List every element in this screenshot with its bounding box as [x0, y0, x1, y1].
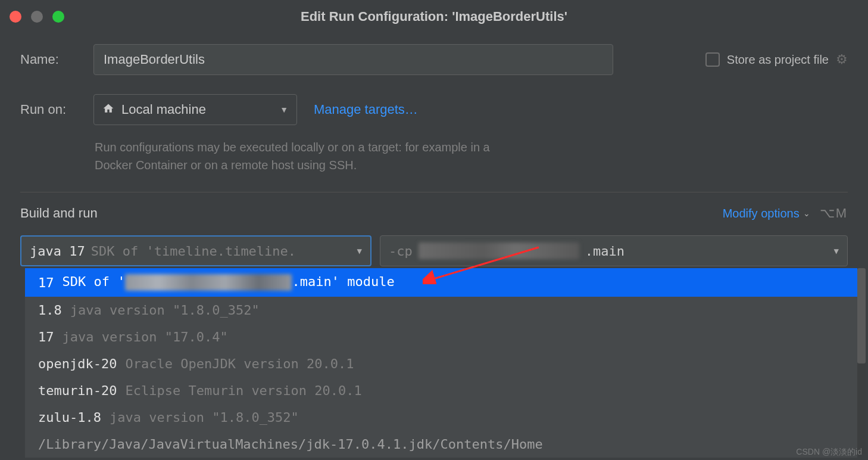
jdk-option-1-8[interactable]: 1.8 java version "1.8.0_352"	[25, 297, 857, 324]
dialog-title: Edit Run Configuration: 'ImageBorderUtil…	[301, 9, 567, 24]
jdk-option-17-module[interactable]: 17 SDK of '.main' module	[25, 268, 857, 297]
name-label: Name:	[20, 52, 83, 67]
modify-options-link[interactable]: Modify options ⌄	[723, 207, 810, 220]
chevron-down-icon: ▼	[834, 246, 839, 256]
name-row: Name: Store as project file ⚙	[20, 43, 848, 76]
store-checkbox[interactable]	[705, 52, 720, 67]
jdk-option-openjdk-20[interactable]: openjdk-20 Oracle OpenJDK version 20.0.1	[25, 350, 857, 377]
name-input[interactable]	[93, 44, 613, 75]
cp-redacted	[419, 243, 579, 259]
modify-options-label: Modify options	[723, 207, 800, 220]
home-icon	[102, 102, 114, 117]
build-run-title: Build and run	[20, 206, 98, 221]
dropdown-scrollbar[interactable]	[857, 268, 866, 454]
chevron-down-icon: ▼	[357, 246, 362, 256]
jdk-option-path[interactable]: /Library/Java/JavaVirtualMachines/jdk-17…	[25, 431, 857, 458]
chevron-down-icon: ⌄	[803, 209, 810, 218]
run-on-help-text: Run configurations may be executed local…	[95, 138, 523, 174]
watermark: CSDN @淡淡的id	[796, 447, 862, 458]
scrollbar-thumb[interactable]	[857, 268, 866, 363]
jdk-select[interactable]: java 17 SDK of 'timeline.timeline. ▼	[20, 235, 371, 266]
run-on-label: Run on:	[20, 102, 83, 117]
chevron-down-icon: ▼	[280, 105, 288, 114]
build-run-header: Build and run Modify options ⌄ ⌥M	[20, 206, 848, 221]
close-window-button[interactable]	[10, 11, 21, 23]
run-on-select[interactable]: Local machine ▼	[93, 94, 297, 125]
divider	[20, 192, 848, 192]
classpath-select[interactable]: -cp .main ▼	[380, 235, 848, 266]
minimize-window-button[interactable]	[31, 11, 43, 23]
titlebar: Edit Run Configuration: 'ImageBorderUtil…	[0, 0, 868, 33]
jdk-detail: SDK of 'timeline.timeline.	[91, 244, 351, 259]
store-as-project-file[interactable]: Store as project file ⚙	[705, 52, 848, 67]
manage-targets-link[interactable]: Manage targets…	[314, 102, 418, 117]
run-on-row: Run on: Local machine ▼ Manage targets…	[20, 93, 848, 126]
modify-options-shortcut: ⌥M	[820, 206, 848, 221]
jdk-option-zulu-1-8[interactable]: zulu-1.8 java version "1.8.0_352"	[25, 404, 857, 431]
gear-icon[interactable]: ⚙	[836, 52, 848, 67]
redacted-module	[125, 274, 292, 291]
store-label: Store as project file	[727, 53, 829, 67]
cp-prefix: -cp	[389, 244, 413, 259]
run-on-value: Local machine	[121, 102, 273, 117]
build-run-row: java 17 SDK of 'timeline.timeline. ▼ -cp…	[20, 235, 848, 266]
dialog-content: Name: Store as project file ⚙ Run on: Lo…	[0, 33, 868, 266]
zoom-window-button[interactable]	[52, 11, 64, 23]
jdk-option-17[interactable]: 17 java version "17.0.4"	[25, 324, 857, 350]
jdk-dropdown-list[interactable]: 17 SDK of '.main' module 1.8 java versio…	[25, 268, 857, 458]
window-controls	[10, 11, 64, 23]
jdk-option-temurin-20[interactable]: temurin-20 Eclipse Temurin version 20.0.…	[25, 377, 857, 404]
jdk-name: java 17	[30, 244, 85, 259]
cp-suffix: .main	[585, 244, 625, 259]
